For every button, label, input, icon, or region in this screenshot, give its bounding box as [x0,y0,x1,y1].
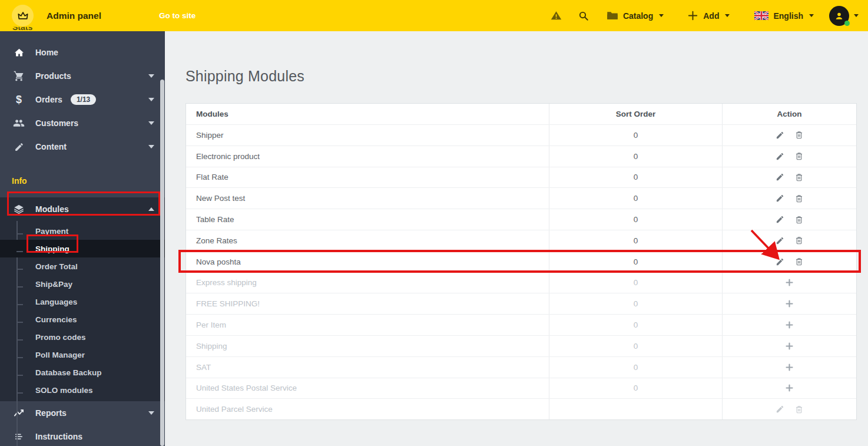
install-icon[interactable] [785,278,794,287]
delete-icon[interactable] [794,236,804,245]
install-icon[interactable] [785,342,794,351]
sidebar-item-promo-codes[interactable]: Promo codes [0,328,165,346]
action-cell [722,293,856,314]
tree-tick [16,304,23,305]
person-icon [833,10,845,22]
action-cell [722,252,856,272]
sort-order-cell: 0 [549,188,722,209]
install-icon[interactable] [785,299,794,308]
cart-icon [12,70,26,82]
sidebar-item-languages[interactable]: Languages [0,293,165,310]
tree-tick [16,357,23,358]
chevron-down-icon [148,74,154,78]
go-to-site-link[interactable]: Go to site [159,11,196,20]
online-status-dot [844,21,850,26]
topbar: Admin panel Go to site Catalog [0,0,868,31]
topbar-actions: Catalog Add English [551,6,859,26]
sidebar-item-customers[interactable]: Customers [0,111,165,135]
delete-icon[interactable] [794,257,804,266]
main-content: Shipping Modules Modules Sort Order Acti… [165,31,868,446]
edit-icon[interactable] [776,236,784,245]
sort-order-cell: 0 [549,125,722,146]
action-cell [722,209,856,230]
action-cell [722,125,856,146]
warning-icon[interactable] [551,10,562,21]
module-name-cell: Zone Rates [186,230,549,251]
sidebar-item-products[interactable]: Products [0,64,165,88]
edit-icon[interactable] [776,152,784,161]
header-modules: Modules [186,104,549,124]
sidebar-item-ship-pay[interactable]: Ship&Pay [0,275,165,293]
add-label: Add [703,11,719,21]
sort-order-cell: 0 [549,357,722,378]
table-row: Shipper 0 [186,124,856,146]
delete-icon[interactable] [794,151,804,161]
catalog-menu[interactable]: Catalog [607,11,664,21]
delete-icon[interactable] [794,215,804,224]
edit-icon[interactable] [776,194,784,203]
sidebar-item-payment[interactable]: Payment [0,222,165,240]
sidebar-item-content[interactable]: Content [0,135,165,158]
table-row: Per Item 0 [186,314,856,335]
table-row: Zone Rates 0 [186,230,856,251]
sidebar-item-shipping[interactable]: Shipping [0,240,165,257]
module-name-cell: Shipper [186,125,549,146]
install-icon[interactable] [785,363,794,372]
table-row: United Parcel Service [186,398,856,419]
edit-icon[interactable] [776,257,784,266]
tree-tick [16,286,23,288]
chevron-down-icon [148,411,154,415]
tree-tick [16,269,23,270]
edit-icon[interactable] [776,131,784,140]
sort-order-cell: 0 [549,336,722,356]
sort-order-cell: 0 [549,209,722,230]
module-name-cell: New Post test [186,188,549,209]
language-menu[interactable]: English [754,11,814,21]
layers-icon [12,203,26,215]
add-menu[interactable]: Add [687,10,730,21]
table-row: Table Rate 0 [186,209,856,230]
sidebar-item-home[interactable]: Home [0,41,165,64]
sidebar-item-reports[interactable]: Reports [0,401,165,425]
action-cell [722,146,856,167]
delete-icon[interactable] [794,194,804,203]
table-row: SAT 0 [186,356,856,378]
chevron-down-icon [148,98,154,101]
sidebar-item-currencies[interactable]: Currencies [0,310,165,328]
sidebar-item-solo-modules[interactable]: SOLO modules [0,381,165,399]
chevron-down-icon[interactable] [854,14,859,17]
modules-submenu: Payment Shipping Order Total Ship&Pay La… [0,221,165,401]
dollar-icon: $ [12,94,26,106]
install-icon[interactable] [785,321,794,329]
sort-order-cell: 0 [549,293,722,314]
module-name-cell: United Parcel Service [186,399,549,419]
edit-icon[interactable] [776,405,784,414]
plus-icon [687,10,698,21]
edit-icon[interactable] [776,215,784,224]
sidebar-scrollbar[interactable] [160,80,164,446]
sidebar-item-instructions[interactable]: Instructions [0,425,165,446]
edit-icon[interactable] [776,173,784,181]
table-row: United States Postal Service 0 [186,378,856,399]
table-row: Shipping 0 [186,335,856,356]
brand-logo[interactable] [12,5,34,27]
pencil-icon [12,142,26,152]
search-icon[interactable] [578,11,589,21]
action-cell [722,230,856,251]
tree-tick [16,251,23,252]
sort-order-cell: 0 [549,378,722,399]
sidebar-item-database-backup[interactable]: Database Backup [0,364,165,381]
sidebar-item-modules[interactable]: Modules [0,197,165,221]
user-avatar[interactable] [829,6,849,26]
delete-icon[interactable] [794,405,804,414]
sidebar-item-order-total[interactable]: Order Total [0,257,165,275]
sidebar-item-poll-manager[interactable]: Poll Manager [0,346,165,364]
install-icon[interactable] [785,384,794,392]
delete-icon[interactable] [794,173,804,182]
header-action: Action [722,104,856,124]
chevron-down-icon [809,14,814,17]
table-row: Flat Rate 0 [186,167,856,188]
home-icon [12,47,26,58]
delete-icon[interactable] [794,130,804,140]
sidebar-item-orders[interactable]: $ Orders 1/13 [0,88,165,111]
